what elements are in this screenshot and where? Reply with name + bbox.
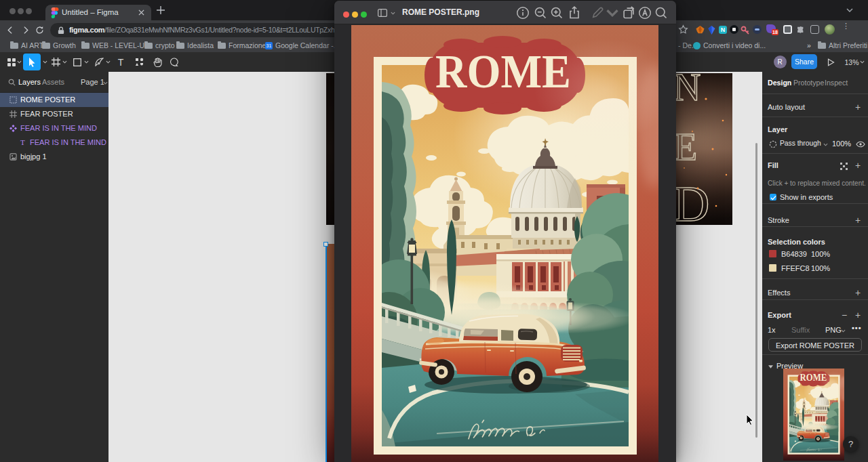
svg-text:E: E [674,126,697,168]
svg-text:N: N [673,73,701,108]
svg-text:D: D [673,176,709,225]
